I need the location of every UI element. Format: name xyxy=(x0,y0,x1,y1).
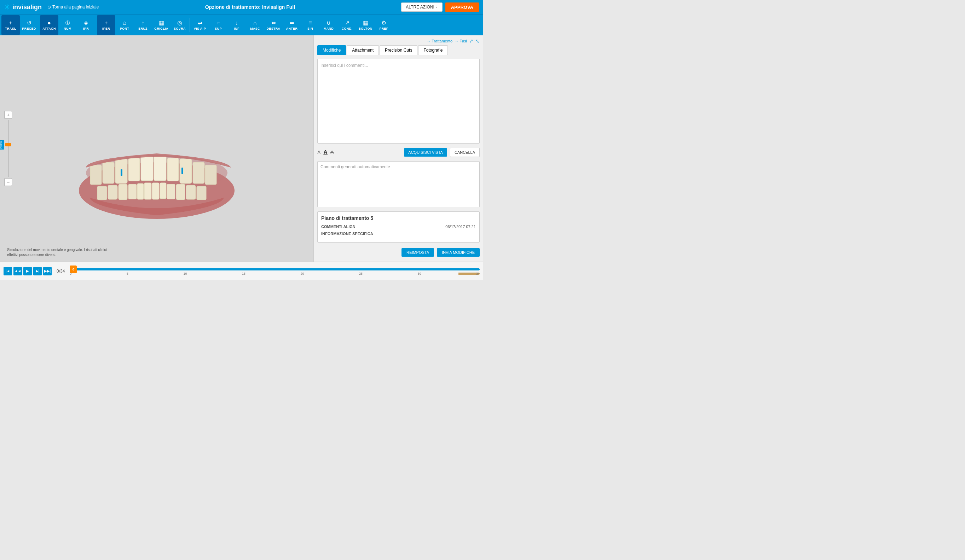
invia-modifiche-button[interactable]: INVIA MODIFICHE xyxy=(437,248,480,257)
trattamento-link-label: Trattamento xyxy=(432,39,452,43)
toolbar-trasl[interactable]: +TRASL xyxy=(2,15,20,35)
comment-placeholder: Inserisci qui i commenti... xyxy=(321,63,368,68)
collapse-icon[interactable]: ⤡ xyxy=(476,38,480,44)
approva-button[interactable]: APPROVA xyxy=(445,2,479,12)
svg-rect-5 xyxy=(160,183,166,199)
timeline-numbers: 0 5 10 15 20 25 30 34 xyxy=(70,272,480,275)
toolbar-mand[interactable]: ∪MAND xyxy=(319,15,338,35)
toolbar-griglia[interactable]: ▦GRIGLIA xyxy=(152,15,170,35)
toolbar-pref[interactable]: ⚙PREF xyxy=(375,15,393,35)
trattamento-link[interactable]: → Trattamento xyxy=(427,39,452,43)
eruz-icon: ↑ xyxy=(142,20,144,26)
prev-button[interactable]: ◄◄ xyxy=(13,267,22,275)
svg-rect-12 xyxy=(97,186,107,200)
logo: ✳ invisalign xyxy=(4,3,42,11)
teeth-svg xyxy=(68,88,245,222)
timeline-mark-20a: 20 xyxy=(300,272,304,275)
vis_ap-icon: ⇌ xyxy=(198,20,202,26)
expand-icon[interactable]: ⤢ xyxy=(469,38,473,44)
toolbar-pont[interactable]: ⌂PONT xyxy=(115,15,134,35)
toolbar-ipr[interactable]: ◈IPR xyxy=(77,15,95,35)
svg-rect-10 xyxy=(108,185,118,199)
acquisisci-vista-button[interactable]: ACQUISISCI VISTA xyxy=(404,148,447,157)
svg-rect-22 xyxy=(90,165,101,184)
toolbar-bolton[interactable]: ▦BOLTON xyxy=(356,15,375,35)
toolbar-destra[interactable]: ⇔DESTRA xyxy=(264,15,283,35)
svg-rect-25 xyxy=(182,168,183,174)
zoom-in-button[interactable]: + xyxy=(4,111,12,119)
toolbar-anter[interactable]: ═ANTER xyxy=(283,15,301,35)
reimposta-button[interactable]: REIMPOSTA xyxy=(401,248,434,257)
zoom-slider[interactable]: 294% xyxy=(8,120,8,177)
altre-azioni-button[interactable]: ALTRE AZIONI ÷ xyxy=(401,2,442,11)
back-link[interactable]: ⊙ Torna alla pagina iniziale xyxy=(47,5,99,10)
tab-precision-cuts[interactable]: Precision Cuts xyxy=(379,45,417,55)
svg-rect-15 xyxy=(154,156,166,181)
zoom-out-button[interactable]: − xyxy=(4,178,12,186)
play-button[interactable]: ▶ xyxy=(23,267,32,275)
svg-rect-7 xyxy=(167,184,175,199)
logo-text: invisalign xyxy=(12,3,42,11)
toolbar-vis_ap[interactable]: ⇌VIS A-P xyxy=(191,15,209,35)
svg-rect-24 xyxy=(121,169,123,176)
treatment-row-1: COMMENTI ALIGN 06/17/2017 07:21 xyxy=(321,224,476,229)
toolbar-num[interactable]: ①NUM xyxy=(58,15,77,35)
viewport-controls: + 294% − xyxy=(4,111,12,186)
cond-icon: ↗ xyxy=(345,20,350,26)
sovra-icon: ◎ xyxy=(177,20,182,26)
top-bar-left: ✳ invisalign ⊙ Torna alla pagina inizial… xyxy=(4,3,99,11)
tab-attachment[interactable]: Attachment xyxy=(347,45,379,55)
svg-rect-9 xyxy=(176,184,185,200)
toolbar-preced[interactable]: ↺PRECED xyxy=(20,15,38,35)
toolbar-inf[interactable]: ↓INF xyxy=(227,15,246,35)
inf-icon: ↓ xyxy=(235,20,238,26)
toolbar-eruz[interactable]: ↑ERUZ xyxy=(134,15,152,35)
toolbar-sin[interactable]: ≡SIN xyxy=(301,15,319,35)
toolbar-sovra[interactable]: ◎SOVRA xyxy=(170,15,189,35)
skip-start-button[interactable]: |◄ xyxy=(3,267,12,275)
timeline-mark-0: 0 xyxy=(70,272,72,275)
zoom-handle[interactable] xyxy=(5,143,11,146)
toolbar-masc[interactable]: ∩MASC xyxy=(246,15,264,35)
back-icon: ⊙ xyxy=(47,5,51,10)
toolbar-sup[interactable]: ⌐SUP xyxy=(209,15,227,35)
font-medium-button[interactable]: A xyxy=(323,149,327,155)
timeline-mark-15a: 15 xyxy=(242,272,245,275)
toolbar-attach[interactable]: ●ATTACH xyxy=(40,15,58,35)
informazione-specifica-label: INFORMAZIONE SPECIFICA xyxy=(321,232,373,236)
sup-icon: ⌐ xyxy=(216,20,220,26)
timeline-slider[interactable]: 0 0 5 10 15 20 25 30 34 xyxy=(70,264,480,278)
timeline-mark-30a: 30 xyxy=(417,272,421,275)
cancella-button[interactable]: CANCELLA xyxy=(450,148,480,157)
iper-icon: + xyxy=(105,20,108,26)
toolbar-divider xyxy=(96,18,96,32)
timeline-mark-5a: 5 xyxy=(127,272,128,275)
tab-fotografie[interactable]: Fotografie xyxy=(418,45,448,55)
attach-icon: ● xyxy=(47,20,51,26)
font-small-button[interactable]: A xyxy=(317,150,321,155)
treatment-plan-title: Piano di trattamento 5 xyxy=(321,215,476,221)
tab-modifiche[interactable]: Modifiche xyxy=(317,45,346,55)
panel-body: Inserisci qui i commenti... A A A ACQUIS… xyxy=(314,55,483,261)
next-button[interactable]: ▶| xyxy=(33,267,42,275)
anter-icon: ═ xyxy=(290,20,294,26)
fasi-link-icon: → xyxy=(455,39,458,43)
fasi-link[interactable]: → Fasi xyxy=(455,39,467,43)
svg-rect-16 xyxy=(128,158,140,181)
action-buttons: REIMPOSTA INVIA MODIFICHE xyxy=(317,245,480,258)
svg-rect-23 xyxy=(205,165,216,184)
page-title: Opzione di trattamento: Invisalign Full xyxy=(205,4,295,10)
main-content: + 294% − xyxy=(0,35,483,261)
font-large-button[interactable]: A xyxy=(330,150,334,155)
viewport[interactable]: + 294% − xyxy=(0,35,313,261)
ipr-icon: ◈ xyxy=(84,20,88,26)
toolbar-iper[interactable]: +IPER xyxy=(97,15,115,35)
panel-header-links: → Trattamento → Fasi ⤢ ⤡ xyxy=(427,38,480,44)
commenti-align-label: COMMENTI ALIGN xyxy=(321,224,355,229)
comment-box[interactable]: Inserisci qui i commenti... xyxy=(317,59,480,144)
mand-icon: ∪ xyxy=(327,20,331,26)
zoom-badge: 294% xyxy=(0,140,4,150)
sin-icon: ≡ xyxy=(309,20,312,26)
toolbar-cond[interactable]: ↗COND. xyxy=(338,15,356,35)
skip-end-button[interactable]: ▶▶| xyxy=(43,267,52,275)
